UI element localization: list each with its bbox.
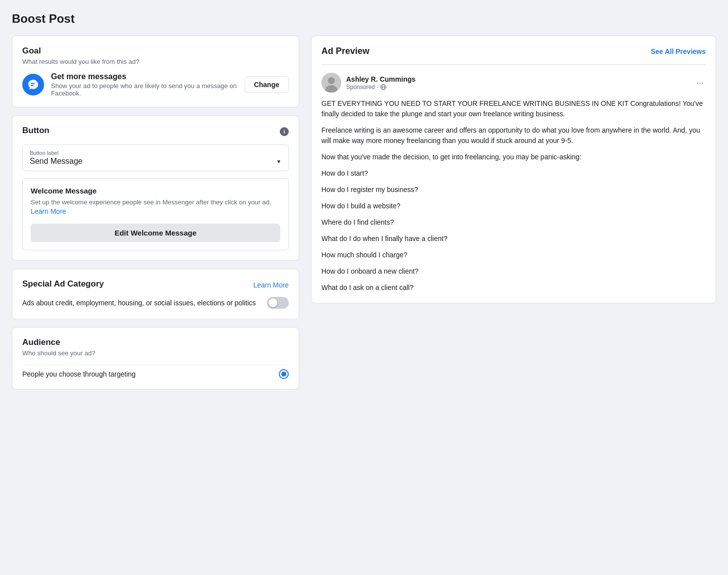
goal-card: Goal What results would you like from th… <box>12 36 299 107</box>
avatar <box>321 73 341 93</box>
ad-body: GET EVERYTHING YOU NEED TO START YOUR FR… <box>321 98 706 293</box>
see-all-previews-link[interactable]: See All Previews <box>651 48 706 55</box>
chevron-down-icon: ▼ <box>276 159 281 164</box>
radio-inner <box>281 372 286 377</box>
page-title: Boost Post <box>12 12 716 26</box>
welcome-title: Welcome Message <box>31 187 280 195</box>
ad-body-paragraph: What do I ask on a client call? <box>321 283 706 293</box>
special-ad-toggle[interactable] <box>267 297 289 309</box>
goal-row: Get more messages Show your ad to people… <box>22 72 289 97</box>
change-button[interactable]: Change <box>245 76 289 93</box>
ad-body-paragraph: What do I do when I finally have a clien… <box>321 234 706 244</box>
ad-body-paragraph: How do I register my business? <box>321 185 706 195</box>
more-options-button[interactable]: ··· <box>694 76 706 90</box>
special-ad-title: Special Ad Category <box>22 279 104 289</box>
special-ad-learn-more-link[interactable]: Learn More <box>253 281 289 289</box>
ad-body-paragraph: Freelance writing is an awesome career a… <box>321 125 706 146</box>
goal-name: Get more messages <box>51 72 238 81</box>
ad-post-header: Ashley R. Cummings Sponsored · <box>321 73 706 93</box>
ad-body-paragraph: How do I start? <box>321 168 706 179</box>
audience-card: Audience Who should see your ad? People … <box>12 327 299 389</box>
poster-meta: Sponsored · <box>346 84 689 91</box>
poster-name: Ashley R. Cummings <box>346 75 689 83</box>
special-ad-header: Special Ad Category Learn More <box>22 279 289 291</box>
welcome-learn-more-link[interactable]: Learn More <box>31 207 66 215</box>
dropdown-value-row: Send Message ▼ <box>30 157 281 166</box>
ad-body-paragraph: How do I onboard a new client? <box>321 266 706 277</box>
goal-card-title: Goal <box>22 46 289 56</box>
audience-option-row[interactable]: People you choose through targeting <box>22 365 289 379</box>
button-card-title: Button <box>22 126 50 136</box>
toggle-row: Ads about credit, employment, housing, o… <box>22 297 289 309</box>
audience-title: Audience <box>22 337 289 347</box>
dropdown-label: Button label <box>30 150 281 156</box>
ad-body-paragraph: How do I build a website? <box>321 201 706 211</box>
messages-icon <box>22 74 44 96</box>
divider <box>321 64 706 65</box>
audience-subtitle: Who should see your ad? <box>22 349 289 357</box>
welcome-message-subcard: Welcome Message Set up the welcome exper… <box>22 178 289 250</box>
button-card-header: Button i <box>22 126 289 138</box>
ad-preview-panel: Ad Preview See All Previews Ashley R. Cu… <box>311 36 716 303</box>
ad-body-paragraph: Now that you've made the decision, to ge… <box>321 152 706 162</box>
edit-welcome-message-button[interactable]: Edit Welcome Message <box>31 224 280 242</box>
svg-point-1 <box>328 77 335 84</box>
toggle-label: Ads about credit, employment, housing, o… <box>22 299 259 307</box>
preview-title: Ad Preview <box>321 46 369 56</box>
ad-body-paragraph: Where do I find clients? <box>321 217 706 228</box>
poster-info: Ashley R. Cummings Sponsored · <box>346 75 689 91</box>
goal-desc: Show your ad to people who are likely to… <box>51 82 238 97</box>
goal-card-subtitle: What results would you like from this ad… <box>22 58 289 65</box>
goal-info: Get more messages Show your ad to people… <box>51 72 238 97</box>
dropdown-value: Send Message <box>30 157 83 166</box>
audience-option-label: People you choose through targeting <box>22 370 136 378</box>
ad-body-paragraph: How much should I charge? <box>321 250 706 260</box>
dot-separator: · <box>377 84 378 91</box>
welcome-desc: Set up the welcome experience people see… <box>31 198 280 217</box>
button-card: Button i Button label Send Message ▼ Wel… <box>12 115 299 261</box>
info-icon[interactable]: i <box>280 127 289 136</box>
ad-body-paragraph: GET EVERYTHING YOU NEED TO START YOUR FR… <box>321 98 706 119</box>
globe-icon <box>380 84 386 90</box>
toggle-slider <box>267 297 289 309</box>
left-panel: Goal What results would you like from th… <box>12 36 299 389</box>
special-ad-category-card: Special Ad Category Learn More Ads about… <box>12 269 299 319</box>
audience-radio-selected[interactable] <box>279 369 289 379</box>
preview-header: Ad Preview See All Previews <box>321 46 706 56</box>
button-label-dropdown[interactable]: Button label Send Message ▼ <box>22 144 289 171</box>
sponsored-label: Sponsored <box>346 84 375 91</box>
